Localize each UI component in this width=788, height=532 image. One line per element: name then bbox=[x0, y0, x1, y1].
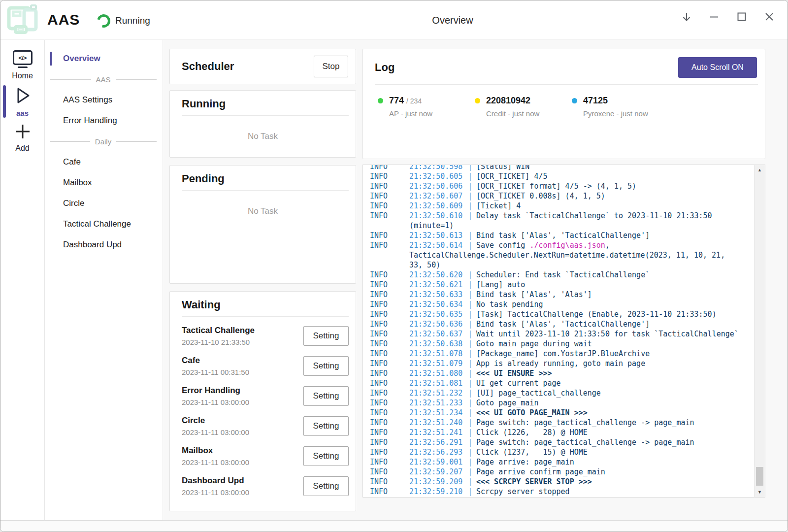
log-stat: 47125Pyroxene - just now bbox=[572, 96, 669, 118]
log-time: 21:32:50.621 bbox=[409, 280, 464, 290]
log-time: 21:32:50.598 bbox=[409, 165, 464, 171]
log-level: INFO bbox=[370, 270, 409, 280]
app-logo bbox=[6, 4, 42, 35]
stat-dot-icon bbox=[572, 98, 577, 103]
log-separator: | bbox=[464, 309, 476, 319]
log-time: 21:32:56.293 bbox=[409, 447, 464, 457]
waiting-task-list: Tactical Challenge2023-11-10 21:33:50Set… bbox=[170, 317, 356, 501]
log-time: 21:32:50.636 bbox=[409, 319, 464, 329]
task-name: Error Handling bbox=[182, 386, 249, 396]
sidebar-item-mailbox[interactable]: Mailbox bbox=[45, 172, 163, 193]
divider bbox=[182, 190, 349, 191]
task-time: 2023-11-11 03:00:00 bbox=[182, 428, 249, 436]
task-time: 2023-11-11 03:00:00 bbox=[182, 398, 249, 406]
log-line: INFO21:32:51.078|[Package_name] com.Yost… bbox=[370, 349, 752, 359]
log-continuation: (minute=1) bbox=[409, 221, 454, 231]
main-content: Scheduler Stop Running No Task Pending N… bbox=[163, 40, 788, 520]
log-line: INFO21:32:51.233|Goto page_main bbox=[370, 398, 752, 408]
minimize-button[interactable] bbox=[704, 6, 724, 27]
log-time: 21:32:51.079 bbox=[409, 359, 464, 368]
arrow-down-button[interactable] bbox=[676, 6, 697, 27]
log-message: Goto page_main bbox=[476, 398, 538, 408]
sidebar-section-divider: Daily bbox=[45, 131, 163, 152]
log-message: Click (1237, 15) @ HOME bbox=[476, 447, 588, 457]
log-message: Bind task ['Alas', 'TacticalChallenge'] bbox=[476, 231, 650, 240]
sidebar-item-circle[interactable]: Circle bbox=[45, 193, 163, 214]
app-name: AAS bbox=[47, 11, 80, 28]
plus-icon bbox=[14, 123, 32, 140]
log-separator: | bbox=[464, 231, 476, 240]
log-level: INFO bbox=[370, 378, 409, 388]
sidebar-item-label: Dashboard Upd bbox=[63, 240, 122, 250]
sidebar-item-dashboard-upd[interactable]: Dashboard Upd bbox=[45, 234, 163, 255]
task-setting-button[interactable]: Setting bbox=[303, 386, 349, 406]
log-message: [Lang] auto bbox=[476, 280, 525, 290]
task-name: Mailbox bbox=[182, 446, 249, 456]
close-button[interactable] bbox=[759, 6, 780, 27]
log-time: 21:32:51.234 bbox=[409, 408, 464, 418]
stat-label: Credit - just now bbox=[486, 109, 572, 118]
scrollbar-thumb[interactable] bbox=[756, 467, 763, 486]
task-name: Tactical Challenge bbox=[182, 326, 255, 335]
icon-rail: </> Home aas Add bbox=[0, 40, 45, 520]
rail-item-aas[interactable]: aas bbox=[0, 86, 44, 117]
sidebar-item-overview[interactable]: Overview bbox=[45, 48, 163, 69]
log-line: INFO21:32:50.614|Save config ./config\aa… bbox=[370, 240, 752, 250]
stat-value: 47125 bbox=[583, 96, 608, 106]
log-separator: | bbox=[464, 165, 476, 171]
auto-scroll-button[interactable]: Auto Scroll ON bbox=[678, 57, 757, 78]
log-line: INFO21:32:50.598|[Status] WIN bbox=[370, 165, 752, 171]
log-time: 21:32:59.207 bbox=[409, 467, 464, 477]
task-time: 2023-11-11 03:00:00 bbox=[182, 458, 249, 466]
stop-button[interactable]: Stop bbox=[314, 56, 348, 77]
log-level: INFO bbox=[370, 211, 409, 221]
running-title: Running bbox=[182, 98, 226, 110]
play-icon bbox=[13, 86, 32, 105]
log-level: INFO bbox=[370, 299, 409, 309]
task-setting-button[interactable]: Setting bbox=[303, 476, 349, 496]
log-separator: | bbox=[464, 329, 476, 339]
task-name: Cafe bbox=[182, 356, 249, 366]
section-label: AAS bbox=[96, 75, 111, 84]
sidebar-item-error-handling[interactable]: Error Handling bbox=[45, 110, 163, 131]
log-scrollbar[interactable]: ▲ ▼ bbox=[754, 165, 765, 497]
scroll-up-button[interactable]: ▲ bbox=[755, 165, 765, 175]
rail-add-label: Add bbox=[15, 144, 29, 153]
log-message: [OCR_TICKET format] 4/5 -> (4, 1, 5) bbox=[476, 181, 636, 191]
log-message: [Task] TacticalChallenge (Enable, 2023-1… bbox=[476, 309, 717, 319]
rail-item-add[interactable]: Add bbox=[0, 123, 44, 153]
log-output[interactable]: INFO21:32:50.598|[Status] WININFO21:32:5… bbox=[362, 165, 765, 498]
task-setting-button[interactable]: Setting bbox=[303, 446, 349, 466]
log-time: 21:32:50.609 bbox=[409, 201, 464, 211]
log-separator: | bbox=[464, 457, 476, 467]
log-line: INFO21:32:50.634|No task pending bbox=[370, 299, 752, 309]
log-message: Bind task ['Alas', 'TacticalChallenge'] bbox=[476, 319, 650, 329]
log-separator: | bbox=[464, 319, 476, 329]
sidebar-item-tactical-challenge[interactable]: Tactical Challenge bbox=[45, 214, 163, 234]
log-message: Page switch: page_tactical_challenge -> … bbox=[476, 418, 694, 428]
log-title: Log bbox=[375, 61, 394, 74]
maximize-button[interactable] bbox=[731, 6, 752, 27]
log-time: 21:32:51.081 bbox=[409, 378, 464, 388]
task-time: 2023-11-10 21:33:50 bbox=[182, 338, 255, 346]
task-setting-button[interactable]: Setting bbox=[303, 326, 349, 346]
log-time: 21:32:50.634 bbox=[409, 299, 464, 309]
log-line: INFO21:32:50.636|Bind task ['Alas', 'Tac… bbox=[370, 319, 752, 329]
log-message: Scheduler: End task `TacticalChallenge` bbox=[476, 270, 650, 280]
task-setting-button[interactable]: Setting bbox=[303, 356, 349, 376]
arrow-down-icon bbox=[681, 11, 692, 23]
scroll-down-button[interactable]: ▼ bbox=[755, 487, 765, 497]
task-setting-button[interactable]: Setting bbox=[303, 416, 349, 436]
sidebar-item-cafe[interactable]: Cafe bbox=[45, 152, 163, 172]
sidebar-item-label: Circle bbox=[63, 199, 84, 208]
log-level: INFO bbox=[370, 428, 409, 437]
waiting-task-row: Cafe2023-11-11 00:31:50Setting bbox=[170, 351, 356, 381]
log-message: [Status] WIN bbox=[476, 165, 529, 171]
rail-item-home[interactable]: </> Home bbox=[0, 50, 44, 80]
log-separator: | bbox=[464, 181, 476, 191]
log-time: 21:32:59.209 bbox=[409, 477, 464, 487]
sidebar-item-aas-settings[interactable]: AAS Settings bbox=[45, 90, 163, 110]
task-info: Mailbox2023-11-11 03:00:00 bbox=[182, 446, 249, 466]
log-line: INFO21:32:51.079|App is already running,… bbox=[370, 359, 752, 368]
log-stats: 774/ 234AP - just now220810942Credit - j… bbox=[363, 85, 765, 118]
